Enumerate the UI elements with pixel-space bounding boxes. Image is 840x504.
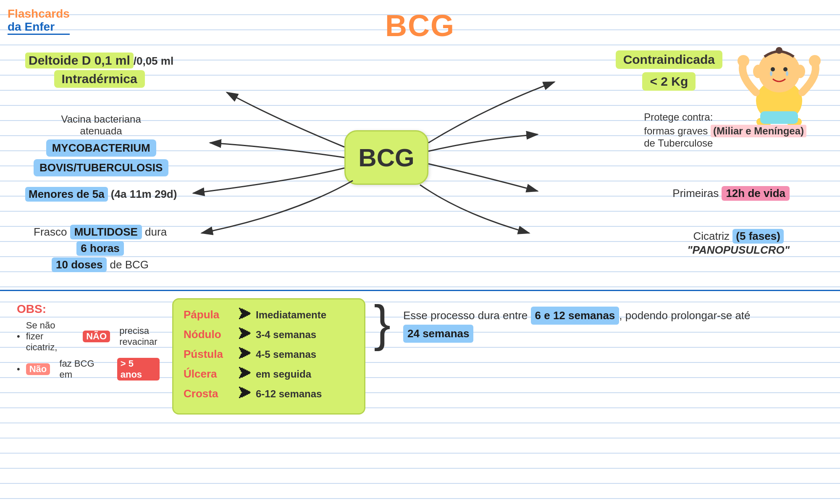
- phase-row: Nódulo⮞3-4 semanas: [184, 327, 354, 342]
- phase-arrow-icon: ⮞: [238, 327, 252, 342]
- duration-text2: , podendo prolongar-se até: [619, 309, 750, 322]
- contraindicada-block: Contraindicada < 2 Kg: [616, 50, 722, 91]
- svg-point-13: [776, 47, 782, 54]
- obs1-text1: Se não fizer cicatriz,: [26, 320, 74, 353]
- obs-bullet-1: •: [17, 331, 20, 342]
- logo: Flashcards da Enfer: [8, 8, 70, 35]
- frasco-text2: dura: [142, 226, 167, 238]
- separator-line: [0, 290, 840, 291]
- contra-line1: Contraindicada: [616, 50, 722, 69]
- svg-point-7: [786, 71, 788, 76]
- page-title: BCG: [385, 8, 455, 43]
- phase-name: Úlcera: [184, 368, 234, 381]
- svg-point-10: [738, 55, 749, 67]
- obs1-nao: NÃO: [83, 331, 110, 342]
- deltoide-rest: /0,05 ml: [134, 55, 173, 67]
- logo-da-enfer: da Enfer: [8, 21, 70, 35]
- phase-arrow-icon: ⮞: [238, 307, 252, 323]
- phase-arrow-icon: ⮞: [238, 366, 252, 382]
- miliar-text: (Miliar e Meníngea): [711, 125, 806, 137]
- phase-time: 4-5 semanas: [256, 349, 316, 360]
- obs-bullet-2: •: [17, 364, 20, 375]
- frasco-highlight: MULTIDOSE: [70, 225, 142, 239]
- obs-item-1: • Se não fizer cicatriz, NÃO precisa rev…: [17, 320, 160, 353]
- contra-kg: < 2 Kg: [642, 72, 696, 91]
- protege-block: Protege contra: formas graves (Miliar e …: [644, 111, 806, 149]
- duration-text1: Esse processo dura entre: [403, 309, 528, 322]
- cicatriz-box: (5 fases): [732, 229, 784, 244]
- menores-highlight: Menores de 5a: [25, 187, 108, 202]
- cicatriz-block: Cicatriz (5 fases) "PANOPUSULCRO": [687, 229, 790, 257]
- phase-name: Crosta: [184, 387, 234, 400]
- bcg-center-node: BCG: [344, 130, 428, 185]
- bcg-center-label: BCG: [358, 143, 414, 172]
- panopusulcro-text: "PANOPUSULCRO": [687, 244, 790, 257]
- duration-box1: 6 e 12 semanas: [531, 307, 620, 325]
- vacina-block: Vacina bacteriana atenuada MYCOBACTERIUM…: [34, 113, 168, 176]
- primeiras-text: Primeiras: [672, 187, 722, 200]
- horas-box: 6 horas: [76, 241, 124, 256]
- phase-arrow-icon: ⮞: [238, 386, 252, 402]
- frasco-block: Frasco MULTIDOSE dura 6 horas 10 doses d…: [34, 225, 167, 272]
- phase-arrow-icon: ⮞: [238, 346, 252, 362]
- obs2-text1: faz BCG em: [59, 358, 108, 380]
- svg-point-6: [770, 71, 772, 76]
- tuberculose-text: de Tuberculose: [644, 137, 713, 149]
- svg-point-11: [809, 55, 821, 67]
- phase-row: Úlcera⮞em seguida: [184, 366, 354, 382]
- vacina-line1: Vacina bacteriana: [34, 113, 168, 125]
- deltoide-block: Deltoide D 0,1 ml/0,05 ml Intradérmica: [25, 52, 173, 88]
- duration-box2: 24 semanas: [403, 325, 473, 343]
- phase-name: Pápula: [184, 308, 234, 321]
- vacina-line2: atenuada: [34, 125, 168, 137]
- protege-text: Protege contra:: [644, 111, 806, 123]
- curly-brace: }: [370, 294, 395, 352]
- menores-block: Menores de 5a (4a 11m 29d): [25, 187, 177, 202]
- main-content: Flashcards da Enfer BCG BCG: [0, 0, 840, 504]
- myco-line2: BOVIS/TUBERCULOSIS: [34, 159, 168, 176]
- menores-rest: (4a 11m 29d): [108, 188, 177, 200]
- primeiras-box: 12h de vida: [722, 186, 790, 201]
- obs1-text2: precisa revacinar: [119, 326, 160, 347]
- obs-item-2: • Não faz BCG em > 5 anos: [17, 358, 160, 381]
- intradermica-box: Intradérmica: [54, 70, 145, 88]
- phase-time: 3-4 semanas: [256, 329, 316, 341]
- duration-section: Esse processo dura entre 6 e 12 semanas,…: [403, 307, 823, 343]
- phases-box: Pápula⮞ImediatamenteNódulo⮞3-4 semanasPú…: [172, 298, 365, 415]
- svg-point-5: [783, 67, 788, 71]
- svg-point-8: [753, 65, 763, 78]
- logo-flashcards: Flashcards: [8, 8, 70, 21]
- obs-section: OBS: • Se não fizer cicatriz, NÃO precis…: [17, 302, 160, 386]
- obs2-nao: Não: [26, 363, 50, 375]
- doses-rest: de BCG: [107, 258, 149, 271]
- phase-time: em seguida: [256, 368, 311, 380]
- phase-time: 6-12 semanas: [256, 388, 322, 400]
- cicatriz-text: Cicatriz: [693, 230, 732, 242]
- obs-title: OBS:: [17, 302, 160, 316]
- bottom-section: OBS: • Se não fizer cicatriz, NÃO precis…: [0, 290, 840, 504]
- doses-box: 10 doses: [52, 257, 107, 272]
- phase-row: Crosta⮞6-12 semanas: [184, 386, 354, 402]
- svg-point-4: [771, 67, 775, 71]
- phase-row: Pústula⮞4-5 semanas: [184, 346, 354, 362]
- phase-name: Nódulo: [184, 328, 234, 341]
- svg-point-9: [795, 65, 805, 78]
- primeiras-block: Primeiras 12h de vida: [672, 186, 790, 201]
- phase-name: Pústula: [184, 348, 234, 361]
- formas-text: formas graves: [644, 125, 711, 136]
- phase-time: Imediatamente: [256, 309, 326, 321]
- myco-line1: MYCOBACTERIUM: [46, 139, 156, 157]
- obs2-more5: > 5 anos: [117, 358, 160, 381]
- phase-row: Pápula⮞Imediatamente: [184, 307, 354, 323]
- deltoide-highlight: Deltoide D 0,1 ml: [25, 52, 134, 68]
- frasco-text1: Frasco: [34, 226, 70, 238]
